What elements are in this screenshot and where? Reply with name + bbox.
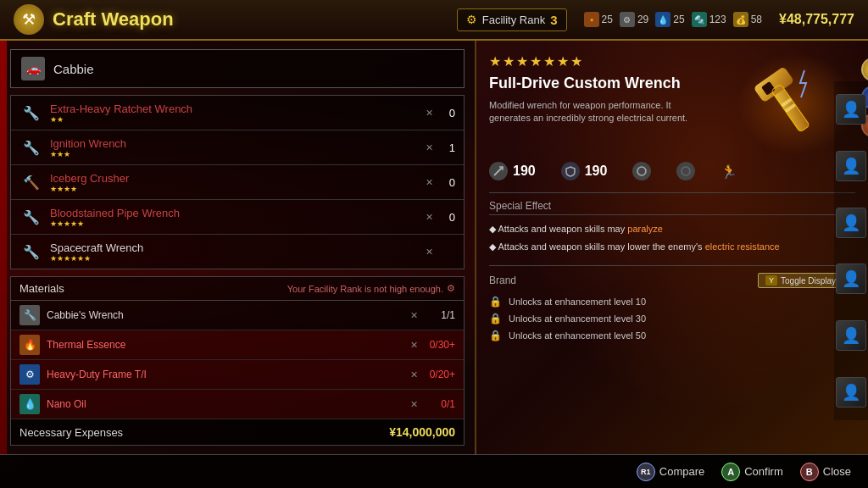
confirm-label: Confirm xyxy=(744,465,783,478)
svg-point-7 xyxy=(637,167,646,175)
stats-divider xyxy=(489,192,855,193)
detail-description: Modified wrench for weapon performance. … xyxy=(489,99,709,125)
resource-2-value: 29 xyxy=(637,14,648,25)
left-panel: 🚗 Cabbie 🔧 Extra-Heavy Ratchet Wrench ★★… xyxy=(0,41,475,454)
side-char-3[interactable]: 👤 xyxy=(836,208,866,238)
resource-4-icon: 🔩 xyxy=(692,12,707,27)
effect-2-highlight: electric resistance xyxy=(705,241,780,252)
brand-item-1-text: Unlocks at enhancement level 10 xyxy=(509,297,646,307)
facility-warning-text: Your Facility Rank is not high enough. xyxy=(287,284,443,294)
page-title: Craft Weapon xyxy=(53,8,457,30)
side-char-1[interactable]: 👤 xyxy=(836,94,866,125)
r1-button-icon: R1 xyxy=(637,463,655,481)
material-4-name: Nano Oil xyxy=(47,398,410,410)
character-section: 🚗 Cabbie xyxy=(10,49,465,88)
material-item-3: ⚙ Heavy-Duty Frame T/I ✕ 0/20+ xyxy=(11,360,464,390)
effect-1: ◆ Attacks and weapon skills may paralyze xyxy=(489,220,855,238)
special-effect-section: Special Effect ◆ Attacks and weapon skil… xyxy=(489,200,855,255)
header-bar: ⚒ Craft Weapon ⚙ Facility Rank 3 🔸 25 ⚙ … xyxy=(0,0,868,41)
facility-rank-display: ⚙ Facility Rank 3 xyxy=(457,8,567,31)
weapon-2-count: 1 xyxy=(438,141,455,154)
weapon-5-stars: ★★★★★★ xyxy=(50,254,426,263)
craft-icon: ⚒ xyxy=(14,4,44,35)
resource-5-value: 58 xyxy=(751,14,762,25)
materials-header: Materials Your Facility Rank is not high… xyxy=(11,277,464,301)
material-3-count: 0/20+ xyxy=(421,369,455,380)
expenses-label: Necessary Expenses xyxy=(19,426,389,439)
material-2-name: Thermal Essence xyxy=(47,339,410,351)
weapon-item-5[interactable]: 🔧 Spacecraft Wrench ★★★★★★ ✕ xyxy=(11,235,464,269)
stat-attack: 190 xyxy=(489,162,536,180)
facility-rank-icon: ⚙ xyxy=(466,13,477,26)
weapon-4-name: Bloodstained Pipe Wrench xyxy=(50,207,426,219)
ability-icon-arrows: ⚡ xyxy=(861,58,868,81)
weapon-4-stars: ★★★★★ xyxy=(50,219,426,228)
material-3-icon: ⚙ xyxy=(19,364,40,385)
weapon-3-icon: 🔨 xyxy=(19,170,43,194)
weapon-detail: ★ ★ ★ ★ ★ ★ ★ Full-Drive Custom Wrench M… xyxy=(489,53,855,344)
material-4-icon: 💧 xyxy=(19,394,40,414)
resource-5-icon: 💰 xyxy=(733,12,748,27)
weapon-list: 🔧 Extra-Heavy Ratchet Wrench ★★ ✕ 0 🔧 Ig… xyxy=(10,95,465,269)
resource-1: 🔸 25 xyxy=(584,12,613,27)
brand-header: Brand Y Toggle Display ▲ xyxy=(489,273,855,288)
resource-bar: 🔸 25 ⚙ 29 💧 25 🔩 123 💰 58 ¥48,775,777 xyxy=(584,12,854,27)
weapon-1-icon: 🔧 xyxy=(19,101,43,125)
material-1-count: 1/1 xyxy=(421,309,455,321)
resource-1-icon: 🔸 xyxy=(584,12,599,27)
weapon-1-stars: ★★ xyxy=(50,115,426,124)
weapon-3-name: Iceberg Crusher xyxy=(50,172,426,185)
material-2-x: ✕ xyxy=(410,340,418,351)
warning-icon: ⚙ xyxy=(447,283,455,294)
special-effect-title: Special Effect xyxy=(489,200,855,215)
material-item-4: 💧 Nano Oil ✕ 0/1 xyxy=(11,390,464,419)
detail-weapon-name: Full-Drive Custom Wrench xyxy=(489,75,728,92)
material-1-icon: 🔧 xyxy=(19,305,40,325)
material-3-x: ✕ xyxy=(410,369,418,380)
resource-4-value: 123 xyxy=(709,14,726,25)
weapon-2-x: ✕ xyxy=(426,142,433,153)
weapon-item-1[interactable]: 🔧 Extra-Heavy Ratchet Wrench ★★ ✕ 0 xyxy=(11,96,464,130)
brand-section: Brand Y Toggle Display ▲ 🔒 Unlocks at en… xyxy=(489,265,855,344)
material-3-name: Heavy-Duty Frame T/I xyxy=(47,369,410,380)
brand-item-3-text: Unlocks at enhancement level 50 xyxy=(509,330,646,341)
extra-icon xyxy=(676,162,695,180)
brand-label: Brand xyxy=(489,274,758,286)
lock-icon-2: 🔒 xyxy=(489,313,502,324)
weapon-5-x: ✕ xyxy=(426,247,433,258)
stat-extra xyxy=(676,162,695,180)
material-2-count: 0/30+ xyxy=(421,339,455,351)
material-1-name: Cabbie's Wrench xyxy=(47,309,410,321)
side-char-5[interactable]: 👤 xyxy=(836,320,866,351)
side-char-4[interactable]: 👤 xyxy=(836,263,866,294)
material-1-x: ✕ xyxy=(410,310,418,321)
weapon-1-name: Extra-Heavy Ratchet Wrench xyxy=(50,103,426,115)
character-name: Cabbie xyxy=(53,62,94,76)
lock-icon-1: 🔒 xyxy=(489,296,502,308)
weapon-item-3[interactable]: 🔨 Iceberg Crusher ★★★★ ✕ 0 xyxy=(11,165,464,200)
lock-icon-3: 🔒 xyxy=(489,330,502,341)
close-action[interactable]: B Close xyxy=(800,463,851,481)
money-display: ¥48,775,777 xyxy=(779,12,854,27)
stat-defense-value: 190 xyxy=(585,164,608,179)
material-4-count: 0/1 xyxy=(421,398,455,410)
weapon-4-count: 0 xyxy=(438,211,455,224)
resource-3-icon: 💧 xyxy=(655,12,670,27)
toggle-label: Toggle Display xyxy=(781,276,836,286)
detail-stars: ★ ★ ★ ★ ★ ★ ★ xyxy=(489,53,728,69)
weapon-item-4[interactable]: 🔧 Bloodstained Pipe Wrench ★★★★★ ✕ 0 xyxy=(11,200,464,235)
stat-run: 🏃 xyxy=(721,162,737,180)
weapon-5-icon: 🔧 xyxy=(19,240,43,263)
resource-3-value: 25 xyxy=(673,14,684,25)
weapon-item-2[interactable]: 🔧 Ignition Wrench ★★★ ✕ 1 xyxy=(11,130,464,165)
weapon-4-x: ✕ xyxy=(426,212,433,223)
materials-section: Materials Your Facility Rank is not high… xyxy=(10,276,465,446)
confirm-action[interactable]: A Confirm xyxy=(721,463,783,481)
compare-action: R1 Compare xyxy=(637,463,704,481)
side-char-2[interactable]: 👤 xyxy=(836,151,866,181)
resource-4: 🔩 123 xyxy=(692,12,726,27)
toggle-y-icon: Y xyxy=(765,275,777,286)
side-char-6[interactable]: 👤 xyxy=(836,377,866,408)
weapon-2-stars: ★★★ xyxy=(50,150,426,158)
weapon-1-count: 0 xyxy=(438,107,455,119)
